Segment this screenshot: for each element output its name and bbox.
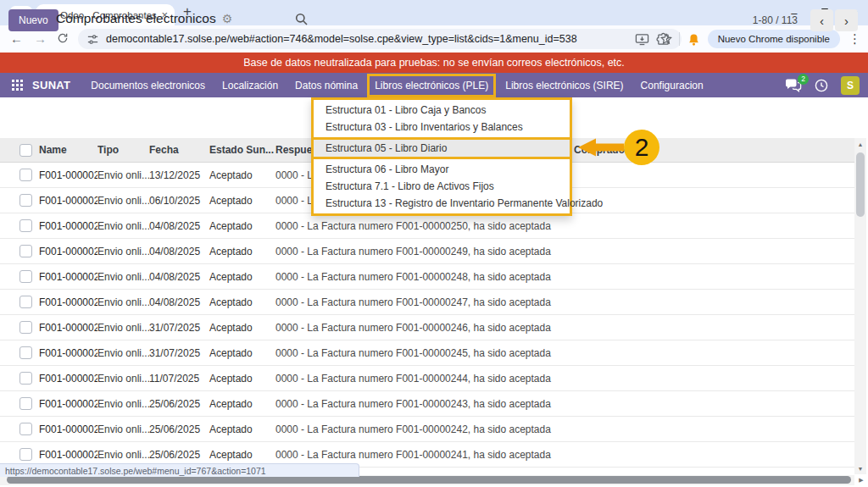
table-row[interactable]: F001-00000250Envio onli...04/08/2025Acep…: [0, 213, 854, 239]
dropdown-item[interactable]: Estructura 01 - Libro Caja y Bancos: [314, 102, 570, 119]
cell-respuesta: 0000 - La Factura numero F001-00000241, …: [275, 449, 574, 461]
row-checkbox[interactable]: [19, 219, 32, 232]
row-checkbox[interactable]: [19, 169, 32, 181]
back-button[interactable]: ←: [10, 31, 23, 46]
send-to-device-icon[interactable]: [635, 33, 649, 46]
dropdown-item[interactable]: Estructura 06 - Libro Mayor: [314, 161, 570, 178]
row-checkbox[interactable]: [19, 270, 32, 283]
vertical-scrollbar-thumb[interactable]: [856, 152, 865, 217]
dropdown-highlight-box-0: Estructura 01 - Libro Caja y BancosEstru…: [311, 97, 572, 140]
scroll-down-icon[interactable]: ▼: [854, 462, 866, 474]
dropdown-item[interactable]: Estructura 03 - Libro Inventarios y Bala…: [314, 119, 570, 136]
column-header-2[interactable]: Fecha: [149, 144, 209, 156]
column-header-1[interactable]: Tipo: [97, 144, 149, 156]
row-checkbox[interactable]: [19, 372, 32, 385]
column-header-0[interactable]: Name: [39, 144, 97, 156]
user-avatar[interactable]: S: [841, 76, 860, 95]
row-checkbox[interactable]: [19, 296, 32, 308]
row-checkbox[interactable]: [19, 397, 32, 410]
browser-menu-kebab-icon[interactable]: ⋮: [849, 31, 861, 47]
row-checkbox[interactable]: [19, 321, 32, 334]
row-checkbox[interactable]: [19, 423, 32, 435]
cell-name: F001-00000252: [39, 169, 97, 181]
column-header-5[interactable]: Comprador: [574, 144, 854, 156]
nav-item-5[interactable]: Configuracion: [632, 75, 712, 96]
app-brand[interactable]: SUNAT: [32, 79, 70, 91]
nav-item-2[interactable]: Datos nómina: [287, 75, 366, 96]
cell-estado: Aceptado: [209, 296, 275, 308]
table-row[interactable]: F001-00000242Envio onli...25/06/2025Acep…: [0, 417, 854, 442]
site-settings-icon[interactable]: [86, 33, 99, 46]
select-all-checkbox[interactable]: [19, 144, 32, 157]
cell-name: F001-00000249: [39, 246, 97, 257]
app-navbar: SUNAT Documentos electronicosLocalizació…: [0, 73, 868, 97]
reload-button[interactable]: [57, 32, 69, 44]
dropdown-item[interactable]: Estructura 05 - Libro Diario: [314, 140, 570, 157]
table-row[interactable]: F001-00000246Envio onli...31/07/2025Acep…: [0, 315, 854, 340]
gear-icon[interactable]: ⚙: [222, 12, 233, 25]
column-header-3[interactable]: Estado Sun...: [209, 144, 275, 156]
table-row[interactable]: F001-00000249Envio onli...04/08/2025Acep…: [0, 239, 854, 264]
nav-item-3[interactable]: Libros electrónicos (PLE): [367, 74, 496, 97]
messages-icon[interactable]: 2: [785, 79, 802, 92]
extensions-puzzle-icon[interactable]: [656, 32, 670, 47]
row-checkbox-cell: [0, 346, 39, 359]
page-title: Comprobantes electronicos: [56, 11, 216, 26]
nav-item-0[interactable]: Documentos electronicos: [82, 75, 214, 96]
cell-respuesta: 0000 - La Factura numero F001-00000249, …: [275, 246, 574, 257]
address-bar[interactable]: democontable17.solse.pe/web#action=746&m…: [78, 29, 682, 49]
chrome-update-chip[interactable]: Nuevo Chrome disponible: [708, 30, 840, 48]
cell-fecha: 04/08/2025: [149, 271, 209, 283]
cell-name: F001-00000244: [39, 373, 97, 385]
table-row[interactable]: F001-00000244Envio onli...11/07/2025Acep…: [0, 366, 854, 391]
cell-tipo: Envio onli...: [97, 246, 149, 257]
cell-fecha: 04/08/2025: [149, 220, 209, 232]
dropdown-item[interactable]: Estructura 7.1 - Libro de Activos Fijos: [314, 178, 570, 195]
horizontal-scrollbar-thumb[interactable]: [7, 476, 851, 484]
row-checkbox[interactable]: [19, 194, 32, 207]
cell-fecha: 31/07/2025: [149, 322, 209, 334]
pager-prev-button[interactable]: ‹: [810, 9, 833, 31]
cell-name: F001-00000245: [39, 347, 97, 359]
scroll-up-icon[interactable]: ▲: [854, 138, 866, 150]
nav-item-1[interactable]: Localización: [214, 75, 287, 96]
cell-tipo: Envio onli...: [97, 398, 149, 410]
messages-badge: 2: [798, 74, 809, 85]
cell-tipo: Envio onli...: [97, 449, 149, 461]
forward-button[interactable]: →: [34, 31, 47, 46]
pager-next-button[interactable]: ›: [835, 9, 858, 31]
toolbar-separator: [679, 32, 680, 46]
scroll-right-icon[interactable]: ▶: [854, 475, 868, 485]
cell-name: F001-00000246: [39, 322, 97, 334]
cell-estado: Aceptado: [209, 271, 275, 283]
table-row[interactable]: F001-00000243Envio onli...25/06/2025Acep…: [0, 391, 854, 417]
cell-estado: Aceptado: [209, 373, 275, 385]
table-row[interactable]: F001-00000245Envio onli...31/07/2025Acep…: [0, 340, 854, 366]
table-row[interactable]: F001-00000247Envio onli...04/08/2025Acep…: [0, 290, 854, 315]
row-checkbox-cell: [0, 270, 39, 283]
row-checkbox[interactable]: [19, 346, 32, 359]
activities-clock-icon[interactable]: [815, 79, 828, 92]
cell-tipo: Envio onli...: [97, 220, 149, 232]
row-checkbox-cell: [0, 296, 39, 308]
new-record-button[interactable]: Nuevo: [8, 9, 58, 31]
cell-name: F001-00000248: [39, 271, 97, 283]
nav-item-4[interactable]: Libros electrónicos (SIRE): [497, 75, 632, 96]
dropdown-item[interactable]: Estructura 13 - Registro de Inventario P…: [314, 195, 570, 212]
cell-name: F001-00000241: [39, 449, 97, 461]
reload-icon: [57, 32, 69, 44]
nav-items: Documentos electronicosLocalizaciónDatos…: [82, 74, 711, 97]
row-checkbox[interactable]: [19, 448, 32, 461]
cell-respuesta: 0000 - La Factura numero F001-00000248, …: [275, 271, 574, 283]
row-checkbox[interactable]: [19, 245, 32, 257]
cell-respuesta: 0000 - La Factura numero F001-00000245, …: [275, 347, 574, 359]
cell-fecha: 25/06/2025: [149, 423, 209, 435]
search-icon[interactable]: [295, 13, 308, 25]
apps-grid-icon[interactable]: [12, 80, 23, 91]
table-row[interactable]: F001-00000248Envio onli...04/08/2025Acep…: [0, 264, 854, 290]
extension-bell-icon[interactable]: [688, 33, 699, 46]
cell-respuesta: 0000 - La Factura numero F001-00000242, …: [275, 423, 574, 435]
cell-fecha: 06/10/2025: [149, 195, 209, 207]
cell-fecha: 04/08/2025: [149, 296, 209, 308]
cell-respuesta: 0000 - La Factura numero F001-00000246, …: [275, 322, 574, 334]
